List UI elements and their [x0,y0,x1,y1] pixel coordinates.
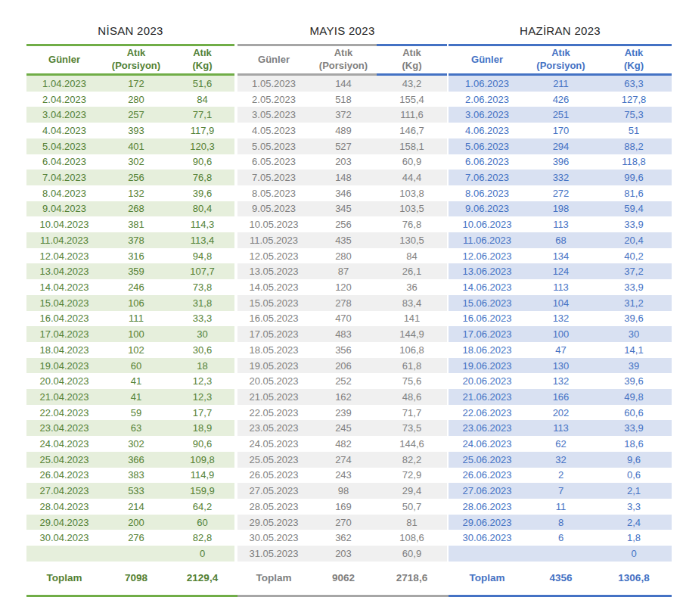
cell-date: 13.05.2023 [237,266,310,277]
cell-kg: 90,6 [170,156,234,167]
cell-portion: 346 [310,188,377,199]
header-line: Atık [402,47,421,60]
table-row: 24.04.202330290,6 [26,436,234,452]
cell-kg: 0 [596,548,672,559]
total-kg: 1306,8 [596,572,672,583]
header-line: Günler [48,54,80,67]
cell-portion: 62 [526,438,596,450]
cell-date: 24.06.2023 [449,438,526,450]
cell-kg: 84 [170,94,234,105]
data-rows: 1.04.202317251,62.04.2023280843.04.20232… [26,76,234,562]
cell-kg: 29,4 [377,485,447,496]
cell-portion: 359 [102,266,170,277]
cell-kg: 49,8 [596,391,672,403]
cell-portion: 239 [310,407,377,418]
cell-portion: 251 [526,109,596,120]
cell-portion: 372 [310,109,377,120]
cell-kg: 37,2 [596,266,672,277]
cell-date: 1.06.2023 [449,78,526,89]
cell-kg: 144,9 [377,328,447,340]
table-row: 28.06.2023113,3 [449,499,672,515]
month-title: NİSAN 2023 [26,17,234,44]
cell-portion: 6 [526,532,596,543]
column-header-portion: Atık(Porsiyon) [102,44,170,76]
cell-portion: 59 [102,407,170,418]
section-bottom-border [449,595,672,597]
cell-portion: 393 [102,125,170,136]
cell-date: 10.06.2023 [449,219,526,230]
table-row: 16.06.202313239,6 [449,311,672,327]
cell-portion: 60 [102,360,170,372]
cell-portion: 356 [310,344,377,356]
cell-portion: 362 [310,532,377,543]
cell-date: 28.05.2023 [237,501,310,512]
cell-date: 12.05.2023 [237,250,310,262]
cell-date: 25.06.2023 [449,454,526,465]
cell-portion: 100 [526,328,596,340]
table-row: 10.06.202311333,9 [449,216,672,232]
table-row: 11.04.2023378113,4 [26,232,234,248]
table-row: 11.05.2023435130,5 [237,232,447,248]
cell-portion: 130 [526,360,596,372]
cell-kg: 72,9 [377,469,447,481]
cell-date: 30.04.2023 [26,532,102,543]
column-header-portion: Atık(Porsiyon) [310,44,377,76]
cell-kg: 18,6 [596,438,672,450]
cell-kg: 44,4 [377,172,447,183]
column-header-kg: Atık(Kg) [170,44,234,76]
cell-portion: 489 [310,125,377,136]
table-row: 15.04.202310631,8 [26,295,234,311]
cell-portion: 113 [526,219,596,230]
cell-kg: 83,4 [377,297,447,309]
table-row: 17.04.202310030 [26,326,234,342]
table-row: 5.05.2023527158,1 [237,138,447,154]
cell-kg: 141 [377,313,447,324]
cell-kg: 39 [596,360,672,372]
cell-date: 8.04.2023 [26,188,102,199]
cell-kg: 80,4 [170,203,234,214]
cell-portion: 276 [102,532,170,543]
cell-portion: 274 [310,454,377,465]
table-row: 0 [26,546,234,562]
cell-date: 7.04.2023 [26,172,102,183]
total-row: Toplam70982129,4 [26,562,234,595]
table-row: 28.04.202321464,2 [26,499,234,515]
data-rows: 1.05.202314443,22.05.2023518155,43.05.20… [237,76,447,562]
cell-kg: 71,7 [377,407,447,418]
cell-portion: 256 [102,172,170,183]
table-row: 20.06.202313239,6 [449,373,672,389]
table-row: 25.05.202327482,2 [237,452,447,468]
cell-date: 26.06.2023 [449,469,526,481]
table-row: 11.06.20236820,4 [449,232,672,248]
cell-date: 22.05.2023 [237,407,310,418]
cell-kg: 118,8 [596,156,672,167]
cell-portion: 280 [102,94,170,105]
cell-kg: 9,6 [596,454,672,465]
cell-kg: 59,4 [596,203,672,214]
cell-portion: 113 [526,282,596,293]
cell-kg: 12,3 [170,391,234,403]
table-row: 26.05.202324372,9 [237,468,447,484]
cell-date: 19.04.2023 [26,360,102,372]
cell-kg: 17,7 [170,407,234,418]
cell-date: 23.06.2023 [449,422,526,434]
cell-date: 9.05.2023 [237,203,310,214]
table-row: 12.05.202328084 [237,248,447,264]
cell-portion: 162 [310,391,377,403]
cell-kg: 60,9 [377,548,447,559]
cell-kg: 73,8 [170,282,234,293]
table-row: 2.04.202328084 [26,92,234,107]
cell-date: 4.06.2023 [449,125,526,136]
cell-date: 16.06.2023 [449,313,526,324]
cell-date: 26.04.2023 [26,469,102,481]
cell-date: 28.06.2023 [449,501,526,512]
cell-kg: 103,8 [377,188,447,199]
table-row: 13.04.2023359107,7 [26,263,234,279]
cell-portion: 272 [526,188,596,199]
cell-portion: 383 [102,469,170,481]
table-row: 8.04.202313239,6 [26,185,234,201]
cell-kg: 76,8 [170,172,234,183]
cell-date: 11.06.2023 [449,235,526,246]
cell-date: 27.04.2023 [26,485,102,496]
cell-date: 29.05.2023 [237,517,310,528]
